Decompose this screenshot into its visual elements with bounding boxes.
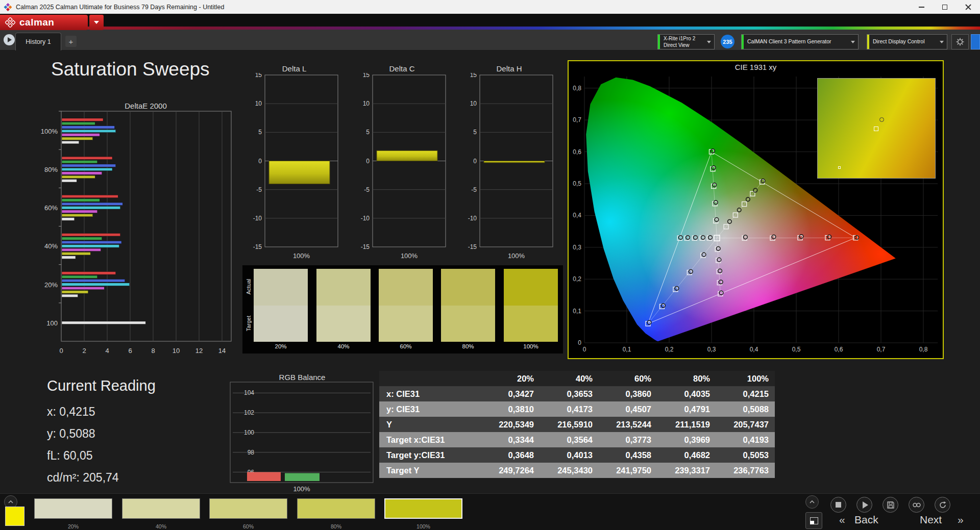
y-tick-label: 0,3: [573, 244, 581, 251]
minimize-button[interactable]: [910, 0, 933, 14]
display-control-dropdown[interactable]: Direct Display Control: [867, 34, 947, 49]
tab-label: History 1: [26, 38, 51, 45]
x-tick-label: 2: [82, 347, 86, 355]
y-tick-label: 104: [244, 389, 254, 396]
table-cell: 0,4193: [716, 435, 775, 445]
meter-count-badge[interactable]: 235: [721, 35, 734, 48]
deltae-bar: [62, 168, 112, 171]
x-category-label: 100%: [293, 252, 310, 260]
deltae-bar: [62, 172, 102, 175]
deltae-bar: [62, 203, 122, 206]
y-tick-label: 0: [473, 158, 477, 165]
meter-dropdown[interactable]: X-Rite i1Pro 2 Direct View: [657, 34, 715, 49]
deltae-bar: [62, 164, 116, 167]
cie-zoom-inset: [817, 78, 936, 179]
chevron-down-icon: [707, 41, 711, 43]
deltae-bar: [62, 134, 100, 137]
deltae-bar: [62, 137, 93, 140]
bottom-bar: 20%40%60%80%100% « Back: [0, 493, 980, 530]
layout-button[interactable]: [805, 512, 822, 529]
deltae-bar: [62, 287, 104, 290]
play-button[interactable]: [856, 497, 872, 513]
table-cell: 0,4358: [599, 450, 657, 460]
table-cell: 205,7437: [716, 420, 775, 430]
stop-icon: [836, 502, 841, 508]
y-tick-label: 0,7: [573, 116, 581, 123]
back-chevrons-icon[interactable]: «: [839, 514, 845, 526]
table-cell: 213,5244: [599, 420, 657, 430]
delta-bar: [484, 161, 545, 163]
cie-1931-panel: CIE 1931 xy 00,10,10,20,20,30,30,40,40,5…: [568, 60, 944, 359]
refresh-button[interactable]: [935, 497, 950, 513]
group-label: 40%: [44, 242, 58, 250]
saturation-swatch-column: 80%: [441, 269, 495, 351]
x-tick-label: 0,6: [835, 346, 843, 353]
arrow-right-icon: [8, 37, 12, 42]
deltae-bar: [62, 118, 103, 121]
table-cell: 239,3317: [657, 466, 716, 475]
tab-nav-button[interactable]: [4, 34, 15, 45]
table-cell: 0,3653: [540, 389, 599, 399]
delta-c-chart-title: Delta C: [355, 64, 449, 73]
calman-menu-button[interactable]: calman: [0, 15, 104, 30]
y-tick-label: 0,1: [573, 308, 581, 315]
window-controls: [910, 0, 980, 14]
tab-history-1[interactable]: History 1: [15, 33, 61, 51]
pattern-generator-name: CalMAN Client 3 Pattern Generator: [744, 38, 834, 45]
delta-h-chart-title: Delta H: [462, 64, 556, 73]
display-control-name: Direct Display Control: [869, 38, 927, 45]
x-tick-label: 0,2: [665, 346, 674, 353]
link-button[interactable]: [909, 497, 924, 513]
deltae-bar: [62, 275, 97, 279]
next-button[interactable]: Next: [920, 514, 942, 526]
table-row-label: Y: [379, 420, 481, 430]
edge-panel-button[interactable]: [971, 34, 980, 49]
x-tick-label: 0,3: [707, 346, 716, 353]
y-tick-label: 0: [578, 339, 581, 346]
calman-dropdown[interactable]: [89, 15, 104, 30]
save-button[interactable]: [883, 497, 898, 513]
next-chevrons-icon[interactable]: »: [958, 514, 964, 526]
maximize-button[interactable]: [933, 0, 957, 14]
pattern-generator-dropdown[interactable]: CalMAN Client 3 Pattern Generator: [741, 34, 859, 49]
measured-marker-icon: [879, 117, 884, 122]
x-tick-label: 10: [173, 347, 180, 355]
patch-level-swatch[interactable]: [34, 498, 112, 519]
group-label: 100%: [41, 128, 58, 135]
table-row: Target x:CIE310,33440,35640,37730,39690,…: [379, 432, 775, 447]
close-button[interactable]: [957, 0, 980, 14]
saturation-swatch-column: 60%: [379, 269, 433, 351]
add-tab-button[interactable]: +: [65, 36, 77, 47]
x-tick-label: 0,1: [623, 346, 631, 353]
y-tick-label: 0: [366, 158, 370, 165]
stop-button[interactable]: [830, 497, 846, 513]
table-cell: 0,3564: [540, 435, 599, 445]
delta-bar: [269, 161, 330, 184]
patch-level-swatch[interactable]: [122, 498, 200, 519]
patch-level-label: 100%: [384, 523, 462, 529]
patch-level-swatch[interactable]: [297, 498, 375, 519]
actual-row-label: Actual: [246, 271, 252, 302]
deltae-bar: [62, 130, 116, 133]
delta-bar: [377, 150, 437, 161]
back-button[interactable]: Back: [854, 514, 878, 526]
collapse-controls-button[interactable]: [805, 495, 819, 509]
current-reading-fl: fL: 60,05: [47, 445, 119, 467]
save-icon: [887, 501, 895, 509]
patch-level-label: 80%: [297, 523, 375, 529]
window-title: Calman 2025 Calman Ultimate for Business…: [16, 4, 225, 11]
deltae-bar: [62, 157, 112, 160]
deltae-bar: [62, 218, 75, 221]
deltae-bar: [62, 291, 88, 294]
swatch-column-label: 60%: [379, 343, 433, 351]
table-cell: 0,3969: [657, 435, 716, 445]
meter-mode: Direct View: [664, 42, 695, 48]
x-tick-label: 14: [218, 347, 226, 355]
patch-level-swatch[interactable]: [209, 498, 287, 519]
calman-ribbon: calman: [0, 15, 88, 30]
table-cell: 0,4013: [540, 450, 599, 460]
patch-level-swatch[interactable]: [384, 498, 462, 519]
target-swatch: [379, 306, 433, 342]
settings-button[interactable]: [951, 34, 969, 49]
y-tick-label: 0: [258, 158, 262, 165]
